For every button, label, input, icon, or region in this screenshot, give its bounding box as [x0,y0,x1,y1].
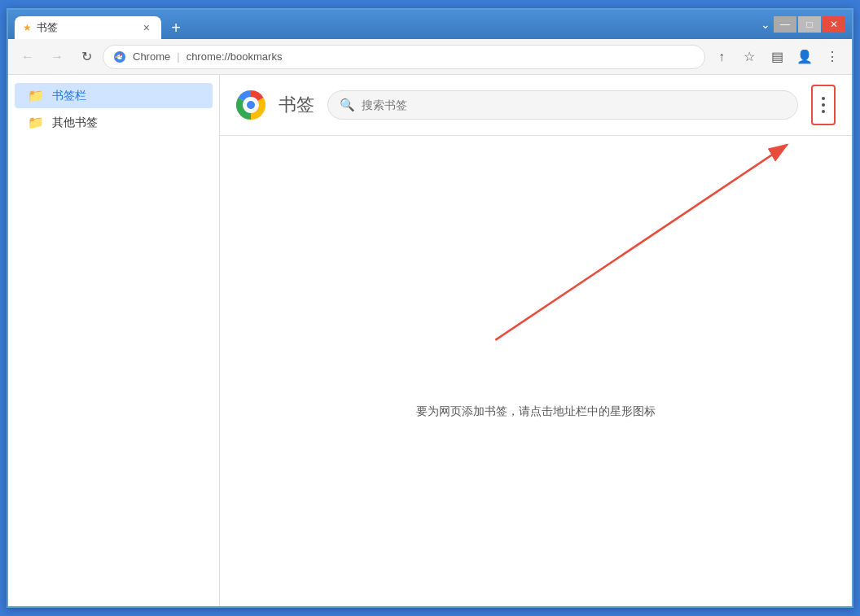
sidebar: 📁 书签栏 📁 其他书签 [8,75,220,606]
main-content: 📁 书签栏 📁 其他书签 [8,75,852,606]
tab-title: 书签 [37,20,135,35]
search-icon: 🔍 [340,98,355,112]
browser-toolbar: ← → ↻ Chrome | chrome://bookmarks ↑ ☆ ▤ … [8,39,852,75]
search-bar[interactable]: 🔍 [327,90,798,120]
address-site-name: Chrome [133,50,170,63]
reload-button[interactable]: ↻ [73,44,99,70]
title-bar: ★ 书签 × + ⌄ — □ ✕ [8,10,852,39]
folder-icon-blue: 📁 [28,88,44,103]
close-button[interactable]: ✕ [823,16,845,33]
folder-icon-gray: 📁 [28,115,44,130]
maximize-button[interactable]: □ [798,16,821,33]
page-content: 书签 🔍 要为网页添加书签，请点击地址栏中的星形图标 [220,75,852,606]
reader-mode-button[interactable]: ▤ [764,44,790,70]
forward-button[interactable]: → [44,44,70,70]
toolbar-actions: ↑ ☆ ▤ 👤 ⋮ [709,44,845,70]
annotation-arrow [220,136,852,606]
page-header: 书签 🔍 [220,75,852,136]
svg-line-6 [495,145,787,340]
tab-favicon: ★ [23,22,32,33]
back-button[interactable]: ← [15,44,41,70]
browser-window: ★ 书签 × + ⌄ — □ ✕ ← → ↻ Chrome [7,8,853,608]
sidebar-item-label: 书签栏 [52,89,86,103]
menu-button[interactable]: ⋮ [819,44,845,70]
window-controls: — □ ✕ [774,16,845,33]
search-input[interactable] [362,98,786,111]
tab-bar: ★ 书签 × + [15,10,757,39]
bookmarks-menu-button[interactable] [811,85,836,125]
address-bar[interactable]: Chrome | chrome://bookmarks [103,45,705,69]
page-title: 书签 [279,93,314,117]
bookmark-star-button[interactable]: ☆ [736,44,762,70]
new-tab-button[interactable]: + [165,16,187,39]
address-url: chrome://bookmarks [186,50,283,63]
active-tab[interactable]: ★ 书签 × [15,16,161,39]
dot-1 [822,97,825,100]
dot-3 [822,110,825,113]
profile-button[interactable]: 👤 [792,44,818,70]
empty-content-area: 要为网页添加书签，请点击地址栏中的星形图标 [220,136,852,606]
tab-close-button[interactable]: × [140,20,153,36]
empty-hint-text: 要为网页添加书签，请点击地址栏中的星形图标 [416,404,656,419]
address-favicon [113,50,126,63]
sidebar-item-label: 其他书签 [52,116,98,130]
dot-2 [822,103,825,107]
sidebar-item-bookmarks-bar[interactable]: 📁 书签栏 [15,83,213,108]
svg-point-4 [247,101,255,109]
tab-list-button[interactable]: ⌄ [757,15,774,34]
address-separator: | [177,50,179,63]
sidebar-item-other-bookmarks[interactable]: 📁 其他书签 [15,110,213,135]
minimize-button[interactable]: — [774,16,796,33]
share-button[interactable]: ↑ [709,44,735,70]
chrome-logo [236,90,265,120]
